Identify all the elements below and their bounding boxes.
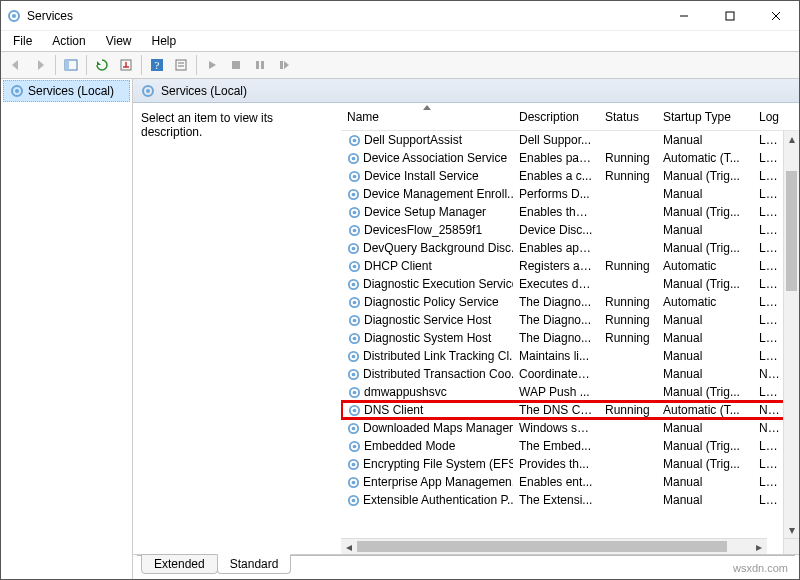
service-row[interactable]: Enterprise App Managemen...Enables ent..…	[341, 473, 799, 491]
minimize-button[interactable]	[661, 1, 707, 31]
tree-item-services-local[interactable]: Services (Local)	[3, 80, 130, 102]
scroll-right-button[interactable]: ▸	[751, 539, 767, 554]
service-status: Running	[599, 331, 657, 345]
service-row[interactable]: Encrypting File System (EFS)Provides th.…	[341, 455, 799, 473]
watermark: wsxdn.com	[733, 562, 788, 574]
service-row[interactable]: Extensible Authentication P...The Extens…	[341, 491, 799, 509]
service-row[interactable]: Distributed Link Tracking Cl...Maintains…	[341, 347, 799, 365]
svg-point-49	[352, 372, 356, 376]
scroll-up-button[interactable]: ▴	[784, 131, 799, 147]
service-row[interactable]: Distributed Transaction Coo...Coordinate…	[341, 365, 799, 383]
col-header-startup[interactable]: Startup Type	[657, 106, 753, 128]
service-row[interactable]: DHCP ClientRegisters an...RunningAutomat…	[341, 257, 799, 275]
col-header-name[interactable]: Name	[341, 106, 513, 128]
svg-point-45	[352, 336, 356, 340]
service-name: Downloaded Maps Manager	[363, 421, 513, 435]
menu-action[interactable]: Action	[44, 32, 93, 50]
service-description: Registers an...	[513, 259, 599, 273]
scroll-left-button[interactable]: ◂	[341, 539, 357, 554]
service-row[interactable]: Downloaded Maps ManagerWindows se...Manu…	[341, 419, 799, 437]
service-list: Name Description Status Startup Type Log…	[341, 103, 799, 554]
service-logon: Loc	[753, 277, 781, 291]
maximize-button[interactable]	[707, 1, 753, 31]
description-prompt: Select an item to view its description.	[141, 111, 273, 139]
properties-button[interactable]	[170, 54, 192, 76]
right-pane: Services (Local) Select an item to view …	[133, 79, 799, 579]
export-list-button[interactable]	[115, 54, 137, 76]
service-name: Distributed Transaction Coo...	[363, 367, 513, 381]
close-button[interactable]	[753, 1, 799, 31]
gear-icon	[347, 206, 361, 219]
service-description: Coordinates...	[513, 367, 599, 381]
service-name: DHCP Client	[364, 259, 432, 273]
gear-icon	[347, 350, 360, 363]
gear-icon	[347, 422, 360, 435]
tab-standard[interactable]: Standard	[217, 554, 292, 574]
start-service-button[interactable]	[201, 54, 223, 76]
service-description: The Diagno...	[513, 313, 599, 327]
service-name: Distributed Link Tracking Cl...	[363, 349, 513, 363]
col-header-description[interactable]: Description	[513, 106, 599, 128]
stop-service-button[interactable]	[225, 54, 247, 76]
service-row[interactable]: Embedded ModeThe Embed...Manual (Trig...…	[341, 437, 799, 455]
restart-service-button[interactable]	[273, 54, 295, 76]
service-description: The Diagno...	[513, 331, 599, 345]
vertical-scroll-thumb[interactable]	[786, 171, 797, 291]
svg-rect-14	[232, 61, 240, 69]
svg-point-35	[352, 246, 356, 250]
tree-pane: Services (Local)	[1, 79, 133, 579]
service-description: Maintains li...	[513, 349, 599, 363]
menu-help[interactable]: Help	[144, 32, 185, 50]
scroll-down-button[interactable]: ▾	[784, 522, 799, 538]
service-row[interactable]: Device Management Enroll...Performs D...…	[341, 185, 799, 203]
service-row[interactable]: DNS ClientThe DNS Cli...RunningAutomatic…	[341, 401, 799, 419]
service-startup: Manual	[657, 223, 753, 237]
pause-service-button[interactable]	[249, 54, 271, 76]
service-logon: Loc	[753, 259, 781, 273]
svg-point-31	[352, 210, 356, 214]
svg-point-21	[146, 89, 150, 93]
service-row[interactable]: Diagnostic System HostThe Diagno...Runni…	[341, 329, 799, 347]
toolbar: ?	[1, 51, 799, 79]
svg-point-33	[352, 228, 356, 232]
service-row[interactable]: Device Install ServiceEnables a c...Runn…	[341, 167, 799, 185]
service-row[interactable]: Diagnostic Execution ServiceExecutes dia…	[341, 275, 799, 293]
service-row[interactable]: Diagnostic Policy ServiceThe Diagno...Ru…	[341, 293, 799, 311]
service-description: Enables pair...	[513, 151, 599, 165]
service-row[interactable]: DevicesFlow_25859f1Device Disc...ManualL…	[341, 221, 799, 239]
service-row[interactable]: Device Association ServiceEnables pair..…	[341, 149, 799, 167]
svg-point-43	[352, 318, 356, 322]
refresh-button[interactable]	[91, 54, 113, 76]
svg-point-25	[352, 156, 356, 160]
help-button[interactable]: ?	[146, 54, 168, 76]
service-logon: Loc	[753, 187, 781, 201]
gear-icon	[347, 296, 361, 309]
menu-view[interactable]: View	[98, 32, 140, 50]
service-row[interactable]: dmwappushsvcWAP Push ...Manual (Trig...L…	[341, 383, 799, 401]
column-headers: Name Description Status Startup Type Log	[341, 103, 799, 131]
service-row[interactable]: Dell SupportAssistDell Suppor...ManualLo…	[341, 131, 799, 149]
horizontal-scrollbar[interactable]: ◂ ▸	[341, 538, 767, 554]
back-button[interactable]	[5, 54, 27, 76]
service-logon: Loc	[753, 295, 781, 309]
forward-button[interactable]	[29, 54, 51, 76]
svg-point-23	[352, 138, 356, 142]
service-logon: Loc	[753, 223, 781, 237]
service-description: Enables a c...	[513, 169, 599, 183]
service-status: Running	[599, 403, 657, 417]
service-row[interactable]: Device Setup ManagerEnables the ...Manua…	[341, 203, 799, 221]
menu-file[interactable]: File	[5, 32, 40, 50]
service-name: Diagnostic System Host	[364, 331, 491, 345]
rows-container: Dell SupportAssistDell Suppor...ManualLo…	[341, 131, 799, 538]
service-row[interactable]: DevQuery Background Disc...Enables app..…	[341, 239, 799, 257]
service-logon: Net	[753, 421, 781, 435]
show-hide-console-tree-button[interactable]	[60, 54, 82, 76]
service-row[interactable]: Diagnostic Service HostThe Diagno...Runn…	[341, 311, 799, 329]
horizontal-scroll-thumb[interactable]	[357, 541, 727, 552]
svg-text:?: ?	[155, 59, 160, 71]
service-name: Diagnostic Execution Service	[363, 277, 513, 291]
vertical-scrollbar[interactable]: ▴ ▾	[783, 131, 799, 538]
col-header-status[interactable]: Status	[599, 106, 657, 128]
col-header-logon[interactable]: Log	[753, 106, 781, 128]
tab-extended[interactable]: Extended	[141, 554, 218, 574]
